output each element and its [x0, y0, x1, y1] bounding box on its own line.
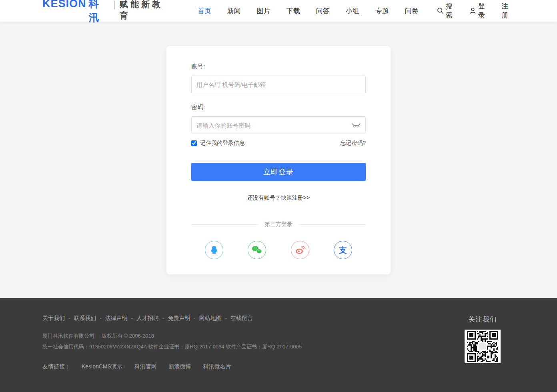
user-icon [469, 7, 476, 14]
friend-link-kesioncms-demo[interactable]: KesionCMS演示 [82, 363, 122, 370]
copyright-text: 版权所有 © 2006-2018 [102, 333, 154, 339]
remember-me-checkbox[interactable] [191, 140, 197, 146]
login-link[interactable]: 登录 [469, 2, 491, 20]
footer-link-separator: - [162, 315, 164, 321]
nav-item-topics[interactable]: 专题 [367, 0, 397, 22]
alipay-login-button[interactable]: 支 [334, 241, 352, 259]
toggle-password-visibility-button[interactable] [351, 120, 361, 130]
login-label: 登录 [478, 2, 491, 20]
qr-code [465, 330, 501, 363]
footer-link-about[interactable]: 关于我们 [42, 315, 65, 321]
search-icon [437, 7, 444, 14]
logo-separator: | [113, 0, 116, 10]
footer-link-separator: - [100, 315, 101, 321]
nav-item-home[interactable]: 首页 [190, 0, 219, 22]
password-field-group: 密码: [191, 104, 366, 134]
wechat-icon [251, 245, 263, 255]
qq-login-button[interactable] [205, 241, 223, 259]
account-input[interactable] [191, 76, 366, 93]
logo-text-cn: 科汛 [89, 0, 109, 25]
social-login-row: 支 [191, 241, 366, 259]
password-label: 密码: [191, 104, 366, 111]
login-card: 账号: 密码: [166, 46, 391, 274]
friend-link-kesion-site[interactable]: 科汛官网 [134, 363, 157, 370]
login-submit-button[interactable]: 立即登录 [191, 163, 366, 181]
weibo-icon [295, 245, 306, 255]
account-label: 账号: [191, 63, 366, 70]
svg-text:支: 支 [339, 245, 347, 255]
third-party-divider: 第三方登录 [191, 221, 366, 228]
footer-link-sitemap[interactable]: 网站地图 [199, 315, 222, 321]
footer-link-disclaimer[interactable]: 免责声明 [168, 315, 190, 321]
register-label: 注册 [501, 2, 515, 20]
footer-link-jobs[interactable]: 人才招聘 [136, 315, 159, 321]
footer-link-separator: - [131, 315, 133, 321]
account-field-group: 账号: [191, 63, 366, 93]
logo-text-en: KESION [42, 0, 86, 10]
footer-link-separator: - [194, 315, 195, 321]
nav-item-survey[interactable]: 问卷 [397, 0, 427, 22]
footer-link-legal[interactable]: 法律声明 [105, 315, 128, 321]
friend-links-label: 友情链接： [42, 363, 70, 370]
third-party-label: 第三方登录 [258, 221, 299, 228]
main-area: 账号: 密码: [0, 22, 557, 298]
weibo-login-button[interactable] [291, 241, 309, 259]
follow-us-title: 关注我们 [451, 315, 515, 324]
nav-item-qa[interactable]: 问答 [308, 0, 338, 22]
nav-item-pictures[interactable]: 图片 [249, 0, 278, 22]
friend-link-sina-weibo[interactable]: 新浪微博 [169, 363, 191, 370]
logo-tagline: 赋能新教育 [120, 0, 171, 21]
copyright-line: 厦门科汛软件有限公司版权所有 © 2006-2018 [42, 332, 451, 340]
site-logo[interactable]: KESION 科汛 | 赋能新教育 [42, 0, 171, 25]
footer-link-separator: - [68, 315, 70, 321]
password-input[interactable] [191, 116, 366, 134]
company-name: 厦门科汛软件有限公司 [42, 333, 94, 339]
search-button[interactable]: 搜索 [437, 2, 459, 20]
footer-link-contact[interactable]: 联系我们 [74, 315, 96, 321]
alipay-icon: 支 [337, 244, 349, 256]
quick-register-link[interactable]: 还没有账号？快速注册>> [191, 194, 366, 202]
friend-links-row: 友情链接： KesionCMS演示 科汛官网 新浪微博 科汛微名片 [42, 363, 451, 370]
page-footer: 关于我们-联系我们-法律声明-人才招聘-免责声明-网站地图-在线留言 厦门科汛软… [0, 298, 557, 392]
top-navbar: KESION 科汛 | 赋能新教育 首页 新闻 图片 下载 问答 小组 专题 问… [0, 0, 557, 22]
eye-closed-icon [351, 122, 361, 129]
remember-me-label: 记住我的登录信息 [200, 140, 245, 147]
qq-icon [208, 244, 220, 256]
nav-item-downloads[interactable]: 下载 [278, 0, 308, 22]
friend-link-kesion-card[interactable]: 科汛微名片 [203, 363, 231, 370]
nav-item-groups[interactable]: 小组 [338, 0, 367, 22]
footer-links-row: 关于我们-联系我们-法律声明-人才招聘-免责声明-网站地图-在线留言 [42, 315, 451, 322]
wechat-login-button[interactable] [248, 241, 266, 259]
forgot-password-link[interactable]: 忘记密码? [340, 140, 366, 147]
credit-code-line: 统一社会信用代码：91350206MA2XN2XQ4A 软件企业证书：厦RQ-2… [42, 343, 451, 350]
nav-item-news[interactable]: 新闻 [219, 0, 249, 22]
footer-link-message[interactable]: 在线留言 [230, 315, 253, 321]
remember-me-option[interactable]: 记住我的登录信息 [191, 140, 245, 147]
main-nav: 首页 新闻 图片 下载 问答 小组 专题 问卷 [190, 0, 427, 22]
search-label: 搜索 [446, 2, 459, 20]
register-link[interactable]: 注册 [501, 2, 515, 20]
footer-link-separator: - [225, 315, 227, 321]
